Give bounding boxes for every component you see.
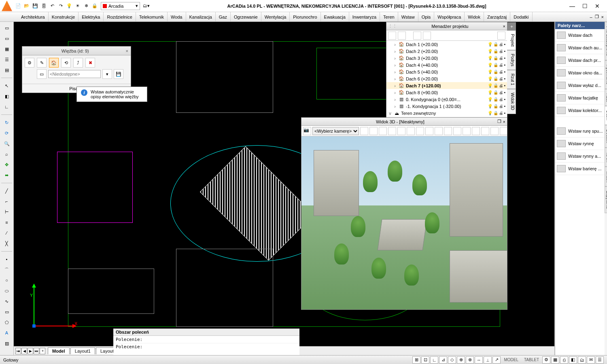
arc-icon[interactable]: ⌒ <box>2 265 11 274</box>
snap7-icon[interactable]: ⊗ <box>466 356 474 364</box>
palette-tab-4[interactable]: Dodatki <box>605 125 607 148</box>
close-icon[interactable]: ✕ <box>595 3 600 9</box>
menu-dodatki[interactable]: Dodatki <box>510 12 532 21</box>
color-icon[interactable]: ▪ <box>504 104 505 108</box>
tab-next-icon[interactable]: ▶ <box>28 348 33 354</box>
expand-icon[interactable]: › <box>393 76 397 81</box>
bulb-icon[interactable]: 💡 <box>488 56 492 60</box>
color-icon[interactable]: ▪ <box>504 42 505 47</box>
project-manager-close-icon[interactable]: × <box>503 24 505 29</box>
lock-icon[interactable]: 🔒 <box>493 104 498 108</box>
xline-icon[interactable]: ╳ <box>2 239 11 248</box>
expand-icon[interactable]: › <box>393 42 397 47</box>
v3d-tool11-icon[interactable] <box>453 127 461 135</box>
v3d-tool5-icon[interactable] <box>397 127 405 135</box>
view3d-close-icon[interactable]: × <box>503 119 505 124</box>
v3d-tool10-icon[interactable] <box>444 127 452 135</box>
bulb-icon[interactable]: 💡 <box>66 2 73 10</box>
v3d-tool15-icon[interactable] <box>490 127 499 135</box>
open-icon[interactable]: 📂 <box>23 2 30 10</box>
line-icon[interactable]: ╱ <box>2 186 11 195</box>
tab-last-icon[interactable]: ⏭ <box>34 348 39 354</box>
palette-item[interactable]: Wstaw dach pr... <box>555 54 605 67</box>
point-icon[interactable]: • <box>2 255 11 264</box>
palette-item[interactable]: Wstaw facjatkę <box>555 92 605 104</box>
dimension-icon[interactable]: ⊢ <box>2 207 11 216</box>
new-icon[interactable]: 📄 <box>15 2 22 10</box>
tree-node[interactable]: ›▥-1. Kondygnacja 1 (-320.00)💡🔒🖨▪ <box>386 103 507 110</box>
menu-inwentaryza[interactable]: Inwentaryza <box>349 12 380 21</box>
zoom-window-icon[interactable]: ⌕ <box>2 150 11 159</box>
refresh2-icon[interactable]: ⟳ <box>2 129 11 138</box>
bulb-icon[interactable]: 💡 <box>488 111 492 115</box>
expand-icon[interactable]: › <box>393 56 397 61</box>
print-icon[interactable]: 🖨 <box>499 63 503 67</box>
truss-panel-close-icon[interactable]: × <box>126 49 128 53</box>
bulb-icon[interactable]: 💡 <box>488 90 492 95</box>
table-icon[interactable]: ▤ <box>2 66 11 74</box>
status-mail-icon[interactable]: ✉ <box>587 356 595 364</box>
grid-icon[interactable]: ▦ <box>2 44 11 53</box>
v3d-tool16-icon[interactable] <box>500 127 507 135</box>
palette-item[interactable]: Wstaw dach <box>555 29 605 42</box>
pan2-icon[interactable]: ⬌ <box>2 171 11 180</box>
pm-tab-1[interactable]: Podrys <box>507 50 516 70</box>
zoom-icon[interactable]: 🔍 <box>2 139 11 148</box>
tree-node[interactable]: ›🏠Dach 5 (+40.00)💡🔒🖨▪ <box>386 68 507 75</box>
tab-first-icon[interactable]: ⏮ <box>15 348 21 354</box>
truss-tool1-icon[interactable]: ✎ <box>37 58 47 68</box>
pm-tab-2[interactable]: Rzut 1 <box>507 70 516 89</box>
view3d-restore-icon[interactable]: ❐ <box>497 119 501 124</box>
palette-item[interactable]: Wstaw kolektor... <box>555 104 605 117</box>
truss-auto-labels-icon[interactable]: 🏠 <box>49 58 59 68</box>
menu-opis[interactable]: Opis <box>418 12 435 21</box>
expand-icon[interactable]: › <box>393 97 397 102</box>
status-tool2-icon[interactable]: ⎙ <box>560 356 568 364</box>
freeze-icon[interactable]: ❄ <box>83 2 90 10</box>
pm-tab-3[interactable]: Widok 3D <box>507 89 516 114</box>
lock-icon[interactable]: 🔒 <box>493 83 498 88</box>
view3d-header[interactable]: Widok 3D - [Nieaktywny] ❐ × <box>301 118 507 126</box>
print-icon[interactable]: 🖨 <box>499 111 503 115</box>
bulb-icon[interactable]: 💡 <box>488 49 492 53</box>
print-icon[interactable]: 🖨 <box>499 42 503 47</box>
pm-tool3-icon[interactable] <box>413 32 421 40</box>
menu-woda[interactable]: Woda <box>168 12 186 21</box>
truss-delete-icon[interactable]: ✖ <box>85 58 95 68</box>
tree-node[interactable]: ›🏠Dach 8 (+90.00)💡🔒🖨▪ <box>386 89 507 96</box>
command-line-2[interactable]: Polecenie: <box>113 343 299 350</box>
bulb-icon[interactable]: 💡 <box>488 42 492 47</box>
doc-close-icon[interactable]: × <box>601 15 604 19</box>
palette-tab-5[interactable]: Teren <box>605 148 607 167</box>
menu-teren[interactable]: Teren <box>380 12 398 21</box>
palette-tab-2[interactable]: Rzut <box>605 89 607 106</box>
truss-tool4-icon[interactable]: ⤴ <box>73 58 83 68</box>
ucs-icon[interactable]: ∟ <box>2 102 11 111</box>
tree-node[interactable]: ›🏠Dach 7 (+120.00)💡🔒🖨▪ <box>386 82 507 89</box>
tab-model[interactable]: Model <box>48 347 70 354</box>
print-icon[interactable]: 🖨 <box>499 70 503 74</box>
status-tool4-icon[interactable]: 🗂 <box>578 356 586 364</box>
view3d-scene[interactable] <box>301 136 507 309</box>
v3d-tool12-icon[interactable] <box>463 127 471 135</box>
snap6-icon[interactable]: ⊕ <box>457 356 465 364</box>
tree-node[interactable]: ›🏠Dach 2 (+20.00)💡🔒🖨▪ <box>386 48 507 55</box>
palette-tab-1[interactable]: Rysowanie <box>605 60 607 89</box>
redo-icon[interactable]: ↷ <box>57 2 64 10</box>
layers2-icon[interactable]: ◧ <box>2 92 11 101</box>
color-icon[interactable]: ▪ <box>504 56 505 60</box>
truss-tool3-icon[interactable]: ⟲ <box>61 58 71 68</box>
snap1-icon[interactable]: ⊞ <box>412 356 420 364</box>
v3d-tool13-icon[interactable] <box>472 127 480 135</box>
save-icon[interactable]: 💾 <box>32 2 39 10</box>
palette-item[interactable]: Wstaw dach au... <box>555 42 605 54</box>
tab-layout1[interactable]: Layout1 <box>70 347 95 354</box>
lock-icon[interactable]: 🔒 <box>493 49 498 53</box>
bulb-icon[interactable]: 💡 <box>488 104 492 108</box>
window-icon[interactable]: ▭ <box>2 23 11 32</box>
tree-node[interactable]: ›▥0. Kondygnacja 0 (±0.00=...💡🔒🖨▪ <box>386 96 507 103</box>
tab-add-icon[interactable]: ＋ <box>40 348 45 354</box>
v3d-tool9-icon[interactable] <box>435 127 443 135</box>
project-manager-add-icon[interactable]: ＋ <box>507 22 516 30</box>
tree-node[interactable]: ›🏠Dach 4 (+40.00)💡🔒🖨▪ <box>386 61 507 68</box>
